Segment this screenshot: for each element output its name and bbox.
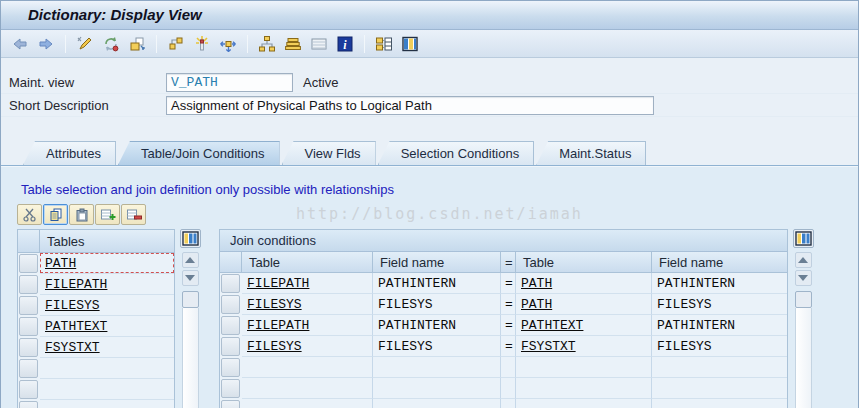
table-link[interactable]: FILEPATH (247, 276, 309, 291)
table-name-cell[interactable] (40, 400, 175, 408)
row-selector-button[interactable] (19, 359, 38, 378)
row-selector-button[interactable] (19, 254, 38, 273)
join-cell[interactable]: PATHTEXT (516, 315, 652, 336)
table-name-cell[interactable]: FILESYS (40, 295, 175, 316)
join-cell[interactable]: = (501, 273, 516, 294)
row-selector-button[interactable] (221, 274, 240, 293)
join-cell[interactable]: PATHINTERN (373, 315, 501, 336)
table-name-cell[interactable]: PATHTEXT (40, 316, 175, 337)
table-link[interactable]: FSYSTXT (45, 340, 100, 355)
structure-icon[interactable] (373, 33, 395, 55)
distribute-icon[interactable] (217, 33, 239, 55)
refresh-icon[interactable] (100, 33, 122, 55)
join-cell[interactable]: = (501, 315, 516, 336)
join-cell[interactable]: FSYSTXT (516, 336, 652, 357)
join-cell[interactable] (373, 399, 501, 408)
grid-icon[interactable] (399, 33, 421, 55)
display-change-icon[interactable] (74, 33, 96, 55)
insert-row-icon[interactable] (95, 204, 120, 225)
join-cell[interactable]: FILESYS (242, 336, 373, 357)
join-cell[interactable]: PATH (516, 273, 652, 294)
join-cell[interactable]: = (501, 336, 516, 357)
table-link[interactable]: PATHTEXT (521, 318, 583, 333)
row-selector-button[interactable] (19, 401, 38, 408)
table-link[interactable]: PATH (45, 256, 76, 271)
scrollbar-track[interactable] (182, 308, 199, 408)
table-link[interactable]: PATH (521, 297, 552, 312)
join-cell[interactable]: PATHINTERN (652, 273, 788, 294)
join-cell[interactable] (516, 378, 652, 399)
join-cell[interactable] (501, 378, 516, 399)
scroll-down-icon[interactable] (182, 270, 199, 286)
row-selector-button[interactable] (19, 317, 38, 336)
tab-attributes[interactable]: Attributes (23, 141, 116, 165)
tab-maint-status[interactable]: Maint.Status (536, 141, 646, 165)
row-selector-button[interactable] (221, 337, 240, 356)
join-cell[interactable] (242, 399, 373, 408)
join-cell[interactable]: PATH (516, 294, 652, 315)
join-cell[interactable]: PATHINTERN (373, 273, 501, 294)
tab-view-flds[interactable]: View Flds (282, 141, 376, 165)
join-cell[interactable]: FILESYS (652, 336, 788, 357)
scrollbar-track[interactable] (795, 308, 812, 408)
join-cell[interactable]: FILEPATH (242, 273, 373, 294)
row-selector-button[interactable] (19, 275, 38, 294)
list-icon[interactable] (308, 33, 330, 55)
info-icon[interactable]: i (334, 33, 356, 55)
row-selector-button[interactable] (19, 338, 38, 357)
scrollbar-thumb[interactable] (795, 291, 812, 308)
table-link[interactable]: FILESYS (247, 297, 302, 312)
cut-icon[interactable] (17, 204, 42, 225)
scroll-up-icon[interactable] (182, 252, 199, 268)
join-cell[interactable]: FILESYS (373, 336, 501, 357)
table-link[interactable]: PATH (521, 276, 552, 291)
row-selector-button[interactable] (19, 296, 38, 315)
row-selector-button[interactable] (221, 400, 240, 408)
join-cell[interactable] (501, 399, 516, 408)
table-link[interactable]: FILESYS (45, 298, 100, 313)
column-config-icon[interactable] (180, 229, 201, 248)
scroll-down-icon[interactable] (795, 270, 812, 286)
copy-object-icon[interactable] (126, 33, 148, 55)
join-cell[interactable]: = (501, 294, 516, 315)
table-link[interactable]: FSYSTXT (521, 339, 576, 354)
join-cell[interactable]: PATHINTERN (652, 315, 788, 336)
row-selector-button[interactable] (19, 380, 38, 399)
forward-icon[interactable] (35, 33, 57, 55)
tab-selection-conditions[interactable]: Selection Conditions (378, 141, 535, 165)
join-cell[interactable]: FILEPATH (242, 315, 373, 336)
row-selector-button[interactable] (221, 358, 240, 377)
table-link[interactable]: FILESYS (247, 339, 302, 354)
paste-icon[interactable] (69, 204, 94, 225)
join-cell[interactable] (373, 357, 501, 378)
join-cell[interactable] (373, 378, 501, 399)
join-cell[interactable] (652, 378, 788, 399)
scroll-up-icon[interactable] (795, 252, 812, 268)
table-name-cell[interactable] (40, 379, 175, 400)
join-cell[interactable] (652, 399, 788, 408)
copy-icon[interactable] (43, 204, 68, 225)
table-name-cell[interactable]: FSYSTXT (40, 337, 175, 358)
scrollbar-thumb[interactable] (182, 291, 199, 308)
table-name-cell[interactable] (40, 358, 175, 379)
table-link[interactable]: FILEPATH (247, 318, 309, 333)
column-config-icon[interactable] (793, 229, 814, 248)
hierarchy-icon[interactable] (256, 33, 278, 55)
join-cell[interactable]: FILESYS (373, 294, 501, 315)
maint-view-field[interactable]: V_PATH (166, 73, 293, 92)
join-cell[interactable] (242, 357, 373, 378)
stack-icon[interactable] (282, 33, 304, 55)
table-link[interactable]: PATHTEXT (45, 319, 107, 334)
objects-link-icon[interactable] (165, 33, 187, 55)
row-selector-button[interactable] (221, 379, 240, 398)
join-cell[interactable] (516, 399, 652, 408)
join-cell[interactable] (501, 357, 516, 378)
table-link[interactable]: FILEPATH (45, 277, 107, 292)
join-cell[interactable] (242, 378, 373, 399)
join-cell[interactable] (652, 357, 788, 378)
row-selector-button[interactable] (221, 316, 240, 335)
table-name-cell[interactable]: PATH (40, 253, 175, 274)
join-cell[interactable] (516, 357, 652, 378)
table-name-cell[interactable]: FILEPATH (40, 274, 175, 295)
back-icon[interactable] (9, 33, 31, 55)
